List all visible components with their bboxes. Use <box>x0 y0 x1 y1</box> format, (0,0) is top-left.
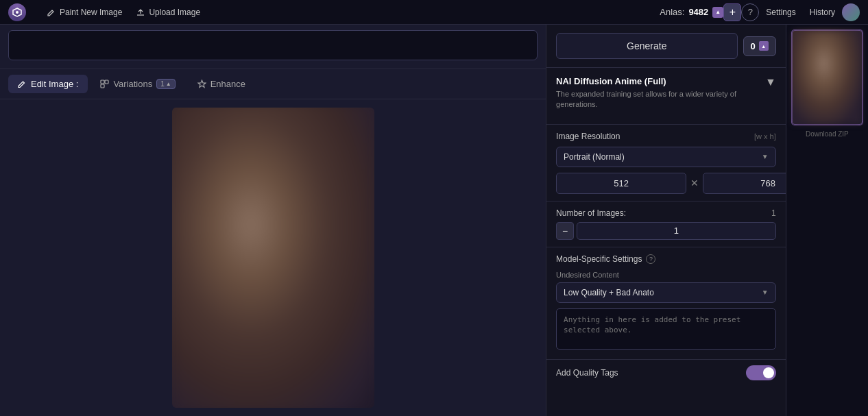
generate-cost: 0 ▲ <box>743 36 776 56</box>
num-images-input[interactable] <box>577 222 776 240</box>
svg-point-1 <box>16 11 19 14</box>
prompt-input[interactable] <box>8 30 538 60</box>
paint-new-image-button[interactable]: Paint New Image <box>40 5 129 20</box>
avatar[interactable] <box>842 3 860 21</box>
quality-tags-row: Add Quality Tags <box>546 360 786 386</box>
num-images-value: 1 <box>771 208 776 218</box>
tab-edit-image[interactable]: Edit Image : <box>8 75 88 93</box>
tab-enhance[interactable]: Enhance <box>188 75 255 93</box>
variations-badge: 1 ▲ <box>156 79 175 89</box>
cost-icon: ▲ <box>759 41 769 51</box>
history-panel: Download ZIP <box>786 25 868 416</box>
num-images-decrement[interactable]: − <box>556 222 574 240</box>
resolution-hint: [w x h] <box>754 132 776 140</box>
settings-button[interactable]: Settings <box>759 5 802 20</box>
model-expand-button[interactable]: ▼ <box>765 76 776 88</box>
prompt-area <box>0 25 546 69</box>
model-specific-info-icon[interactable]: ? <box>646 254 655 264</box>
tab-enhance-label: Enhance <box>210 79 245 89</box>
quality-tags-label: Add Quality Tags <box>556 368 618 378</box>
undesired-preset-select[interactable]: Low Quality + Bad Anato ▼ <box>556 282 776 303</box>
help-button[interactable]: ? <box>741 3 759 21</box>
add-button[interactable]: + <box>723 3 741 21</box>
tabs-row: Edit Image : Variations 1 ▲ Enhance <box>0 69 546 99</box>
resolution-section: Image Resolution [w x h] Portrait (Norma… <box>546 125 786 201</box>
logo <box>8 3 26 21</box>
tab-variations-label: Variations <box>113 79 152 89</box>
quality-tags-toggle[interactable] <box>746 365 776 380</box>
canvas-image[interactable] <box>172 108 374 408</box>
anlas-display: Anlas: 9482 ▲ <box>660 7 723 18</box>
generate-button[interactable]: Generate <box>556 33 737 59</box>
resolution-width-input[interactable] <box>556 173 686 194</box>
upload-image-label: Upload Image <box>149 8 200 17</box>
num-images-section: Number of Images: 1 − <box>546 201 786 247</box>
generate-section: Generate 0 ▲ <box>546 25 786 68</box>
image-area <box>0 99 546 416</box>
left-panel: Edit Image : Variations 1 ▲ Enhance <box>0 25 546 416</box>
undesired-content-input[interactable] <box>556 308 776 350</box>
right-panel: Generate 0 ▲ NAI Diffusion Anime (Full) … <box>546 25 786 416</box>
anlas-value: 9482 <box>688 7 708 17</box>
toggle-thumb <box>763 367 774 378</box>
cost-value: 0 <box>751 41 756 51</box>
resolution-inputs: ✕ <box>556 173 776 194</box>
svg-rect-4 <box>101 84 104 88</box>
tab-variations[interactable]: Variations 1 ▲ <box>91 75 184 93</box>
anlas-label: Anlas: <box>660 7 684 17</box>
download-zip-label[interactable]: Download ZIP <box>792 130 863 138</box>
model-name: NAI Diffusion Anime (Full) <box>556 76 765 86</box>
model-specific-title: Model-Specific Settings <box>556 254 642 264</box>
main-content: Edit Image : Variations 1 ▲ Enhance <box>0 25 868 416</box>
resolution-x-icon: ✕ <box>690 178 699 188</box>
history-button[interactable]: History <box>803 5 842 20</box>
svg-rect-2 <box>101 80 104 84</box>
model-description: The expanded training set allows for a w… <box>556 89 765 110</box>
tab-edit-image-label: Edit Image : <box>31 79 78 89</box>
logo-icon <box>8 3 26 21</box>
anlas-icon: ▲ <box>712 7 723 18</box>
upload-image-button[interactable]: Upload Image <box>129 5 207 20</box>
undesired-label: Undesired Content <box>556 271 776 279</box>
history-thumb-1-image <box>793 31 862 124</box>
history-thumb-1[interactable] <box>792 30 863 125</box>
model-specific-section: Model-Specific Settings ? Undesired Cont… <box>546 247 786 360</box>
resolution-select[interactable]: Portrait (Normal) ▼ <box>556 147 776 167</box>
num-images-label: Number of Images: <box>556 208 626 218</box>
model-section: NAI Diffusion Anime (Full) The expanded … <box>546 68 786 125</box>
resolution-height-input[interactable] <box>703 173 786 194</box>
blurred-image-bg <box>172 108 374 408</box>
resolution-label: Image Resolution <box>556 132 620 141</box>
top-nav: Paint New Image Upload Image Anlas: 9482… <box>0 0 868 25</box>
paint-new-image-label: Paint New Image <box>60 8 122 17</box>
svg-rect-3 <box>105 80 108 84</box>
